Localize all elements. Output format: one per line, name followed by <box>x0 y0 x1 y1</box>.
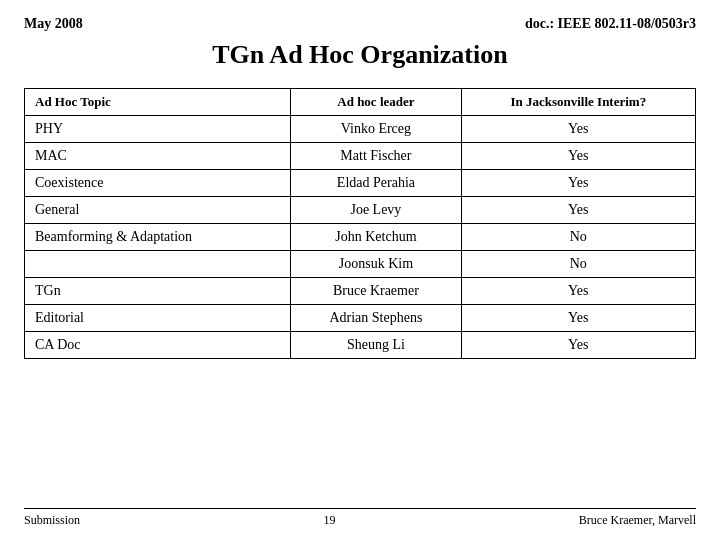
table-header-row: Ad Hoc Topic Ad hoc leader In Jacksonvil… <box>25 89 696 116</box>
doc-id-label: doc.: IEEE 802.11-08/0503r3 <box>525 16 696 32</box>
date-label: May 2008 <box>24 16 83 32</box>
table-row: CA DocSheung LiYes <box>25 332 696 359</box>
table-cell-0-1: Vinko Erceg <box>291 116 461 143</box>
table-cell-4-1: John Ketchum <box>291 224 461 251</box>
col-header-topic: Ad Hoc Topic <box>25 89 291 116</box>
table-cell-0-0: PHY <box>25 116 291 143</box>
table-cell-6-0: TGn <box>25 278 291 305</box>
table-row: Beamforming & AdaptationJohn KetchumNo <box>25 224 696 251</box>
table-row: PHYVinko ErcegYes <box>25 116 696 143</box>
table-cell-3-2: Yes <box>461 197 695 224</box>
page-title: TGn Ad Hoc Organization <box>24 40 696 70</box>
table-cell-8-2: Yes <box>461 332 695 359</box>
org-table: Ad Hoc Topic Ad hoc leader In Jacksonvil… <box>24 88 696 359</box>
table-row: TGnBruce KraemerYes <box>25 278 696 305</box>
table-cell-8-1: Sheung Li <box>291 332 461 359</box>
table-cell-6-2: Yes <box>461 278 695 305</box>
table-cell-3-1: Joe Levy <box>291 197 461 224</box>
table-row: MACMatt FischerYes <box>25 143 696 170</box>
table-cell-4-0: Beamforming & Adaptation <box>25 224 291 251</box>
table-cell-5-1: Joonsuk Kim <box>291 251 461 278</box>
table-cell-1-0: MAC <box>25 143 291 170</box>
table-cell-7-0: Editorial <box>25 305 291 332</box>
table-row: EditorialAdrian StephensYes <box>25 305 696 332</box>
table-cell-1-2: Yes <box>461 143 695 170</box>
table-cell-2-2: Yes <box>461 170 695 197</box>
table-cell-5-0 <box>25 251 291 278</box>
table-cell-7-2: Yes <box>461 305 695 332</box>
table-container: Ad Hoc Topic Ad hoc leader In Jacksonvil… <box>24 88 696 498</box>
table-cell-5-2: No <box>461 251 695 278</box>
footer-right: Bruce Kraemer, Marvell <box>579 513 696 528</box>
footer: Submission 19 Bruce Kraemer, Marvell <box>24 508 696 528</box>
table-cell-3-0: General <box>25 197 291 224</box>
table-cell-7-1: Adrian Stephens <box>291 305 461 332</box>
table-cell-2-0: Coexistence <box>25 170 291 197</box>
table-row: CoexistenceEldad PerahiaYes <box>25 170 696 197</box>
table-cell-1-1: Matt Fischer <box>291 143 461 170</box>
footer-left: Submission <box>24 513 80 528</box>
table-cell-2-1: Eldad Perahia <box>291 170 461 197</box>
table-row: GeneralJoe LevyYes <box>25 197 696 224</box>
table-row: Joonsuk KimNo <box>25 251 696 278</box>
table-cell-6-1: Bruce Kraemer <box>291 278 461 305</box>
col-header-interim: In Jacksonville Interim? <box>461 89 695 116</box>
table-cell-0-2: Yes <box>461 116 695 143</box>
table-cell-8-0: CA Doc <box>25 332 291 359</box>
footer-center: 19 <box>80 513 579 528</box>
col-header-leader: Ad hoc leader <box>291 89 461 116</box>
table-cell-4-2: No <box>461 224 695 251</box>
page: May 2008 doc.: IEEE 802.11-08/0503r3 TGn… <box>0 0 720 540</box>
header: May 2008 doc.: IEEE 802.11-08/0503r3 <box>24 16 696 32</box>
